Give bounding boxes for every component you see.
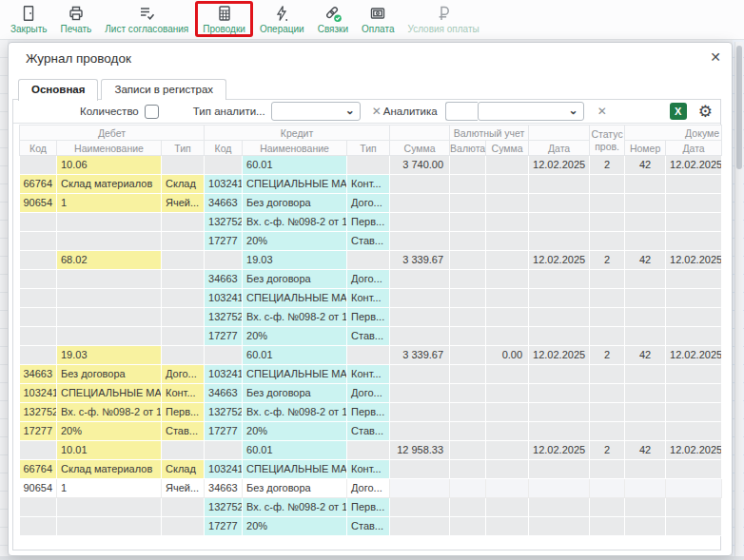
cell[interactable]: Без договора <box>57 365 162 384</box>
cell[interactable]: Дого... <box>347 194 390 213</box>
approval-sheet-button[interactable]: Лист согласования <box>98 2 195 35</box>
cell[interactable] <box>390 308 450 327</box>
cell[interactable] <box>625 365 666 384</box>
cell[interactable] <box>390 232 450 251</box>
cell[interactable]: 60.01 <box>243 346 347 365</box>
cell[interactable] <box>529 384 590 403</box>
cell[interactable] <box>57 232 162 251</box>
cell[interactable] <box>529 270 590 289</box>
cell[interactable] <box>529 289 590 308</box>
cell[interactable]: Став... <box>162 422 205 441</box>
cell[interactable]: Без договора <box>243 384 347 403</box>
cell[interactable]: Вх. с-ф. №098-2 от 12... <box>243 308 347 327</box>
postings-button[interactable]: Проводки <box>195 1 253 37</box>
cell[interactable]: 17277 <box>205 422 243 441</box>
cell[interactable] <box>590 517 625 536</box>
cell[interactable] <box>390 213 450 232</box>
cell[interactable] <box>666 479 722 498</box>
cell[interactable] <box>486 441 529 460</box>
cell[interactable] <box>450 365 486 384</box>
cell[interactable] <box>486 517 529 536</box>
cell[interactable]: 34663 <box>20 365 57 384</box>
cell[interactable] <box>590 479 625 498</box>
cell[interactable]: 60.01 <box>243 156 347 175</box>
cell[interactable] <box>625 175 666 194</box>
operations-button[interactable]: Операции <box>253 2 311 35</box>
cell[interactable]: 20% <box>243 422 347 441</box>
cell[interactable]: 103241 <box>205 460 243 479</box>
cell[interactable] <box>666 384 722 403</box>
cell[interactable] <box>529 422 590 441</box>
cell[interactable] <box>529 194 590 213</box>
cell[interactable]: 90654 <box>20 194 57 213</box>
cell[interactable] <box>162 327 205 346</box>
cell[interactable] <box>529 232 590 251</box>
cell[interactable]: 34663 <box>205 270 243 289</box>
cell[interactable] <box>666 498 722 517</box>
cell[interactable]: 132752 <box>205 308 243 327</box>
cell[interactable]: 19.03 <box>243 251 347 270</box>
cell[interactable] <box>57 213 162 232</box>
cell[interactable]: Став... <box>347 517 390 536</box>
cell[interactable] <box>57 289 162 308</box>
cell[interactable]: 20% <box>243 232 347 251</box>
cell[interactable] <box>450 384 486 403</box>
cell[interactable]: 60.01 <box>243 441 347 460</box>
cell[interactable] <box>666 308 722 327</box>
cell[interactable] <box>450 289 486 308</box>
cell[interactable] <box>625 327 666 346</box>
cell[interactable] <box>347 156 390 175</box>
cell[interactable] <box>625 422 666 441</box>
cell[interactable] <box>486 213 529 232</box>
cell[interactable] <box>486 384 529 403</box>
cell[interactable] <box>486 365 529 384</box>
cell[interactable]: 3 740.00 <box>390 156 450 175</box>
cell[interactable] <box>57 517 162 536</box>
analytics-code-input[interactable] <box>445 102 478 121</box>
cell[interactable]: Без договора <box>243 194 347 213</box>
cell[interactable] <box>162 498 205 517</box>
cell[interactable]: 2 <box>590 156 625 175</box>
cell[interactable] <box>450 346 486 365</box>
cell[interactable]: 103241 <box>205 365 243 384</box>
cell[interactable]: 20% <box>243 517 347 536</box>
cell[interactable] <box>625 403 666 422</box>
cell[interactable]: Перв... <box>347 403 390 422</box>
clear-analytics-value-icon[interactable]: ✕ <box>596 105 609 118</box>
cell[interactable] <box>390 194 450 213</box>
cell[interactable]: 17277 <box>205 232 243 251</box>
cell[interactable] <box>20 346 57 365</box>
cell[interactable]: Став... <box>347 422 390 441</box>
clear-analytics-icon[interactable]: ✕ <box>370 105 383 118</box>
cell[interactable] <box>57 270 162 289</box>
cell[interactable] <box>529 403 590 422</box>
cell[interactable]: 103241 <box>205 175 243 194</box>
cell[interactable]: Дого... <box>162 365 205 384</box>
cell[interactable] <box>57 498 162 517</box>
cell[interactable] <box>486 327 529 346</box>
cell[interactable]: 132752 <box>20 403 57 422</box>
cell[interactable] <box>486 251 529 270</box>
cell[interactable] <box>590 308 625 327</box>
cell[interactable] <box>347 441 390 460</box>
cell[interactable] <box>666 403 722 422</box>
cell[interactable] <box>590 460 625 479</box>
cell[interactable]: Перв... <box>347 308 390 327</box>
cell[interactable] <box>529 327 590 346</box>
scrollbar-thumb[interactable] <box>736 46 742 169</box>
cell[interactable] <box>390 403 450 422</box>
cell[interactable]: 2 <box>590 441 625 460</box>
cell[interactable]: Дого... <box>347 384 390 403</box>
cell[interactable]: 34663 <box>205 479 243 498</box>
cell[interactable]: 103241 <box>205 289 243 308</box>
cell[interactable]: СПЕЦИАЛЬНЫЕ МАТ... <box>243 365 347 384</box>
cell[interactable]: 20% <box>57 422 162 441</box>
cell[interactable]: Конт... <box>162 384 205 403</box>
cell[interactable] <box>666 517 722 536</box>
cell[interactable] <box>20 289 57 308</box>
cell[interactable] <box>390 498 450 517</box>
cell[interactable]: 20% <box>243 327 347 346</box>
cell[interactable]: Конт... <box>347 365 390 384</box>
cell[interactable]: 42 <box>625 251 666 270</box>
cell[interactable]: 132752 <box>205 213 243 232</box>
